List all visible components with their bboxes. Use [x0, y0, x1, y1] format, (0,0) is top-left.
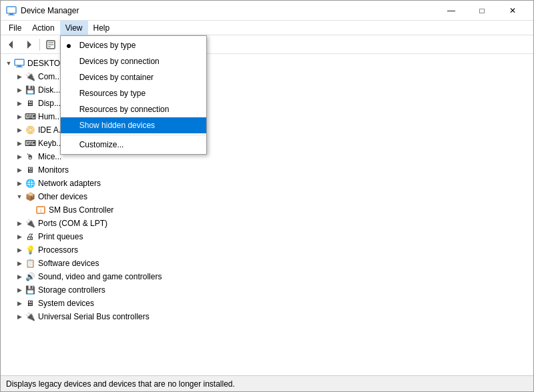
expand-system[interactable]: ▶ [14, 298, 25, 309]
expand-disk[interactable]: ▶ [14, 85, 25, 95]
view-devices-by-type[interactable]: ● Devices by type [61, 37, 206, 53]
menu-action[interactable]: Action [27, 21, 59, 35]
view-devices-by-connection[interactable]: Devices by connection [61, 53, 206, 69]
tree-item-network[interactable]: ▶ 🌐 Network adapters [1, 177, 533, 190]
status-text: Displays legacy devices and devices that… [6, 379, 235, 389]
tree-item-usb[interactable]: ▶ 🔌 Universal Serial Bus controllers [1, 310, 533, 323]
title-bar-icon [6, 5, 17, 16]
view-resources-by-type[interactable]: Resources by type [61, 85, 206, 101]
device-manager-window: Device Manager — □ ✕ File Action View ● … [0, 0, 534, 392]
svg-text:!: ! [40, 208, 41, 214]
toolbar-separator [39, 39, 40, 51]
svg-rect-1 [9, 13, 13, 15]
tree-item-system[interactable]: ▶ 🖥 System devices [1, 297, 533, 310]
view-show-hidden-devices[interactable]: Show hidden devices [61, 117, 206, 133]
tree-item-ports[interactable]: ▶ 🔌 Ports (COM & LPT) [1, 217, 533, 230]
close-button[interactable]: ✕ [497, 1, 528, 21]
properties-button[interactable] [43, 37, 59, 52]
tree-item-monitors[interactable]: ▶ 🖥 Monitors [1, 163, 533, 177]
menu-view[interactable]: View ● Devices by type Devices by connec… [60, 21, 88, 35]
view-resources-by-connection[interactable]: Resources by connection [61, 101, 206, 117]
svg-marker-3 [9, 41, 13, 49]
expand-monitors[interactable]: ▶ [14, 165, 25, 175]
expand-mice[interactable]: ▶ [14, 151, 25, 162]
expand-ide[interactable]: ▶ [14, 125, 25, 135]
tree-item-software[interactable]: ▶ 📋 Software devices [1, 257, 533, 270]
expand-ports[interactable]: ▶ [14, 218, 25, 229]
back-button[interactable] [3, 37, 19, 52]
expand-usb[interactable]: ▶ [14, 311, 25, 322]
tree-item-processors[interactable]: ▶ 💡 Processors [1, 243, 533, 257]
tree-item-print[interactable]: ▶ 🖨 Print queues [1, 230, 533, 243]
svg-rect-11 [16, 67, 23, 67]
tree-item-sound[interactable]: ▶ 🔊 Sound, video and game controllers [1, 270, 533, 283]
view-devices-by-container[interactable]: Devices by container [61, 69, 206, 85]
view-customize[interactable]: Customize... [61, 137, 206, 153]
window-title: Device Manager [21, 6, 436, 15]
expand-keyboard[interactable]: ▶ [14, 138, 25, 149]
menu-file[interactable]: File [3, 21, 27, 35]
expand-icon[interactable]: ▼ [3, 58, 14, 69]
maximize-button[interactable]: □ [467, 1, 497, 21]
properties-icon [45, 39, 56, 50]
expand-network[interactable]: ▶ [14, 178, 25, 189]
expand-display[interactable]: ▶ [14, 98, 25, 109]
forward-button[interactable] [21, 37, 37, 52]
svg-rect-0 [7, 7, 16, 13]
expand-storage[interactable]: ▶ [14, 285, 25, 295]
expand-other[interactable]: ▼ [14, 191, 25, 202]
bullet-icon: ● [66, 40, 71, 51]
tree-item-storage[interactable]: ▶ 💾 Storage controllers [1, 283, 533, 297]
tree-item-sm-bus[interactable]: ▶ ! SM Bus Controller [1, 203, 533, 217]
expand-com[interactable]: ▶ [14, 71, 25, 82]
expand-sound[interactable]: ▶ [14, 271, 25, 282]
expand-human[interactable]: ▶ [14, 111, 25, 122]
svg-rect-9 [15, 59, 24, 65]
title-bar-controls: — □ ✕ [436, 1, 528, 21]
svg-marker-4 [27, 41, 31, 49]
forward-icon [23, 39, 34, 50]
computer-icon [14, 58, 25, 69]
menu-help[interactable]: Help [88, 21, 115, 35]
title-bar: Device Manager — □ ✕ [1, 1, 533, 21]
status-bar: Displays legacy devices and devices that… [1, 375, 533, 391]
svg-rect-10 [17, 65, 21, 67]
expand-software[interactable]: ▶ [14, 258, 25, 269]
svg-rect-2 [8, 15, 15, 15]
tree-item-other-devices[interactable]: ▼ 📦 Other devices [1, 190, 533, 203]
expand-processors[interactable]: ▶ [14, 245, 25, 255]
minimize-button[interactable]: — [436, 1, 467, 21]
menu-bar: File Action View ● Devices by type Devic… [1, 21, 533, 35]
expand-print[interactable]: ▶ [14, 231, 25, 242]
back-icon [6, 39, 17, 50]
menu-separator [61, 135, 206, 135]
view-dropdown: ● Devices by type Devices by connection … [60, 35, 207, 155]
